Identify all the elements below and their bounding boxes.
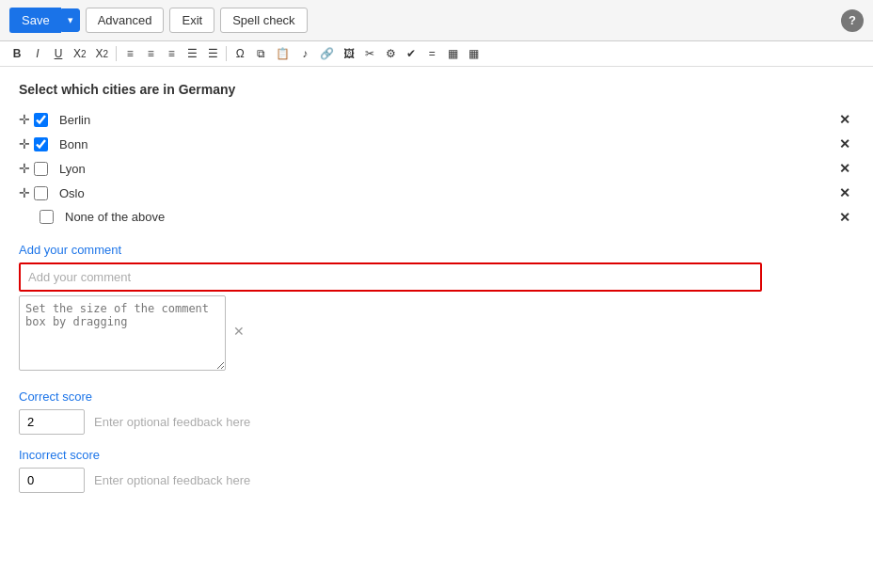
delete-berlin-button[interactable]: ✕ [835,113,854,126]
drag-handle-bonn[interactable]: ✛ [19,136,30,151]
save-button-group: Save ▾ [9,8,80,33]
special-char-button[interactable]: Ω [230,45,249,62]
answer-row-bonn: ✛ Bonn ✕ [19,136,854,151]
drag-handle-lyon[interactable]: ✛ [19,161,30,176]
settings-button[interactable]: ⚙ [381,45,400,62]
correct-score-feedback: Enter optional feedback here [94,415,250,429]
incorrect-score-row: Enter optional feedback here [19,468,854,493]
exit-button[interactable]: Exit [169,8,214,33]
align-right-button[interactable]: ≡ [162,45,181,62]
save-button[interactable]: Save [9,8,61,33]
spell-check-button[interactable]: Spell check [220,8,307,33]
advanced-button[interactable]: Advanced [86,8,165,33]
formula-button[interactable]: = [422,45,441,62]
checkbox-berlin[interactable] [34,113,48,127]
checkbox-bonn[interactable] [34,137,48,151]
main-content: Select which cities are in Germany ✛ Ber… [0,67,873,521]
correct-score-input[interactable] [19,409,85,435]
format-toolbar: B I U X2 X2 ≡ ≡ ≡ ☰ ☰ Ω ⧉ 📋 ♪ 🔗 🖼 ✂ ⚙ ✔ … [0,41,873,67]
answer-row-lyon: ✛ Lyon ✕ [19,161,854,176]
comment-section: Add your comment ✕ [19,243,854,371]
link-button[interactable]: 🔗 [316,45,338,62]
toolbar-separator-2 [226,46,227,61]
toolbar-separator-1 [116,46,117,61]
delete-oslo-button[interactable]: ✕ [835,186,854,199]
correct-score-label: Correct score [19,389,854,404]
help-icon[interactable]: ? [841,9,864,32]
checkbox-lyon[interactable] [34,162,48,176]
comment-input[interactable] [19,262,762,292]
superscript-button[interactable]: X2 [92,45,113,62]
none-of-above-row: None of the above ✕ [19,210,854,224]
align-center-button[interactable]: ≡ [141,45,160,62]
checkbox-oslo[interactable] [34,186,48,200]
correct-score-section: Correct score Enter optional feedback he… [19,389,854,435]
italic-button[interactable]: I [28,45,47,62]
checkbox-none-of-above[interactable] [40,210,54,224]
audio-button[interactable]: ♪ [295,45,314,62]
bold-button[interactable]: B [8,45,26,62]
paste-button[interactable]: 📋 [272,45,294,62]
drag-handle-oslo[interactable]: ✛ [19,185,30,200]
incorrect-score-section: Incorrect score Enter optional feedback … [19,448,854,493]
copy-button[interactable]: ⧉ [251,45,270,62]
delete-lyon-button[interactable]: ✕ [835,162,854,175]
comment-clear-button[interactable]: ✕ [233,324,245,339]
label-lyon: Lyon [59,162,835,176]
underline-button[interactable]: U [49,45,68,62]
correct-score-row: Enter optional feedback here [19,409,854,435]
answer-row-oslo: ✛ Oslo ✕ [19,185,854,200]
label-none-of-above: None of the above [65,210,835,224]
image-button[interactable]: 🖼 [340,45,358,62]
incorrect-score-input[interactable] [19,468,85,493]
comment-textarea[interactable] [19,295,226,371]
question-title: Select which cities are in Germany [19,82,854,97]
grid-button[interactable]: ▦ [443,45,462,62]
label-oslo: Oslo [59,186,835,200]
label-bonn: Bonn [59,137,835,151]
cut-button[interactable]: ✂ [360,45,379,62]
list-unordered-button[interactable]: ☰ [183,45,201,62]
label-berlin: Berlin [59,113,835,127]
subscript-button[interactable]: X2 [70,45,90,62]
save-dropdown-button[interactable]: ▾ [61,8,80,32]
drag-handle-berlin[interactable]: ✛ [19,112,30,127]
incorrect-score-feedback: Enter optional feedback here [94,473,250,487]
incorrect-score-label: Incorrect score [19,448,854,462]
top-toolbar: Save ▾ Advanced Exit Spell check ? [0,0,873,41]
answer-row-berlin: ✛ Berlin ✕ [19,112,854,127]
delete-none-button[interactable]: ✕ [835,211,854,224]
align-left-button[interactable]: ≡ [120,45,139,62]
comment-box-wrapper: ✕ [19,295,854,371]
check-button[interactable]: ✔ [402,45,421,62]
chart-button[interactable]: ▦ [464,45,483,62]
list-ordered-button[interactable]: ☰ [203,45,222,62]
comment-section-label: Add your comment [19,243,854,257]
delete-bonn-button[interactable]: ✕ [835,137,854,151]
